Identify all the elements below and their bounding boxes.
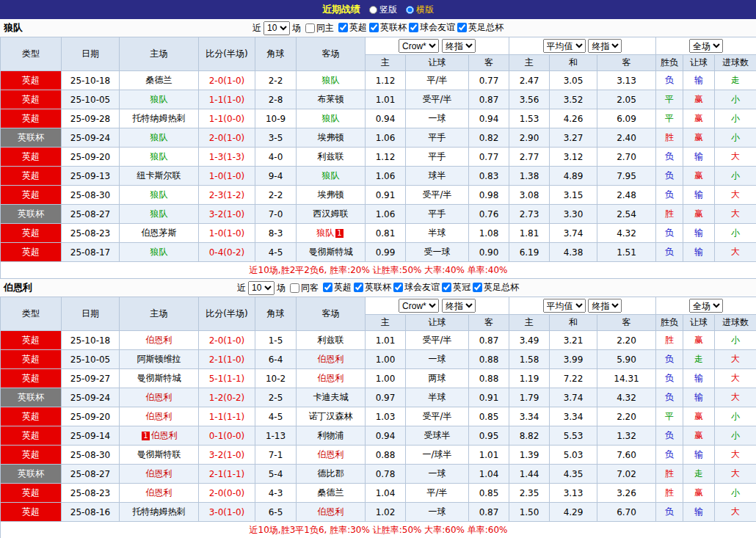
league-checkbox[interactable] bbox=[338, 23, 348, 32]
result-outcome: 平 bbox=[656, 109, 683, 128]
team-label[interactable]: 伯恩利 bbox=[146, 335, 172, 345]
odds-time-select[interactable]: 终指 bbox=[442, 39, 476, 53]
team-label[interactable]: 曼彻斯特城 bbox=[309, 247, 353, 257]
result-handicap: 输 bbox=[683, 388, 715, 407]
league-checkbox[interactable] bbox=[369, 23, 379, 32]
league-filter-英联杯[interactable]: 英联杯 bbox=[352, 281, 391, 294]
league-filter-英足总杯[interactable]: 英足总杯 bbox=[470, 281, 519, 294]
match-count-select[interactable]: 10 bbox=[263, 21, 290, 35]
scope-select[interactable]: 全场 bbox=[689, 299, 723, 313]
corner-score: 7-1 bbox=[255, 446, 297, 465]
team-label[interactable]: 狼队 bbox=[150, 94, 168, 104]
avg-away: 14.31 bbox=[597, 369, 656, 388]
league-checkbox[interactable] bbox=[442, 283, 451, 292]
league-checkbox[interactable] bbox=[409, 23, 418, 32]
league-checkbox[interactable] bbox=[393, 283, 403, 292]
team-label[interactable]: 伯恩利 bbox=[146, 468, 172, 479]
league-checkbox[interactable] bbox=[323, 283, 332, 292]
away-team: 狼队 bbox=[297, 71, 366, 90]
league-filter-英联杯[interactable]: 英联杯 bbox=[367, 21, 407, 34]
team-label[interactable]: 狼队 bbox=[322, 75, 340, 85]
match-score: 1-3(1-3) bbox=[199, 148, 255, 167]
league-filter-球会友谊[interactable]: 球会友谊 bbox=[407, 21, 455, 34]
league-filter-英超[interactable]: 英超 bbox=[321, 281, 352, 294]
team-label[interactable]: 狼队 bbox=[150, 132, 168, 142]
team-label[interactable]: 狼队 bbox=[150, 151, 168, 161]
team-label[interactable]: 狼队 bbox=[150, 208, 168, 219]
team-label[interactable]: 诺丁汉森林 bbox=[309, 411, 353, 421]
team-label[interactable]: 卡迪夫城 bbox=[313, 392, 349, 402]
league-filter-英冠[interactable]: 英冠 bbox=[440, 281, 470, 294]
league-checkbox[interactable] bbox=[457, 23, 467, 32]
odds-handicap: 平手 bbox=[406, 205, 469, 224]
team-label[interactable]: 阿斯顿维拉 bbox=[137, 354, 181, 364]
match-score: 2-0(1-0) bbox=[199, 331, 255, 350]
result-handicap: 赢 bbox=[683, 407, 715, 426]
corner-score: 2-8 bbox=[255, 90, 297, 109]
team-label[interactable]: 伯恩利 bbox=[318, 373, 344, 383]
same-venue-checkbox[interactable] bbox=[305, 23, 315, 33]
avg-type-select[interactable]: 平均值 bbox=[543, 39, 586, 53]
match-count-select[interactable]: 10 bbox=[248, 281, 275, 295]
team-label[interactable]: 伯恩利 bbox=[318, 506, 344, 517]
team-label[interactable]: 狼队 bbox=[150, 189, 168, 200]
match-score: 1-1(0-0) bbox=[199, 109, 255, 128]
avg-home: 1.53 bbox=[509, 109, 550, 128]
team-label[interactable]: 布莱顿 bbox=[318, 94, 344, 104]
team-label[interactable]: 伯恩利 bbox=[146, 411, 172, 421]
team-label[interactable]: 狼队 bbox=[322, 113, 340, 123]
team-label[interactable]: 狼队 bbox=[322, 170, 340, 181]
team-label[interactable]: 利兹联 bbox=[318, 151, 344, 161]
same-venue-filter[interactable]: 同客 bbox=[288, 282, 319, 294]
avg-time-select[interactable]: 终指 bbox=[588, 299, 622, 313]
avg-home: 1.44 bbox=[509, 465, 550, 484]
team-label[interactable]: 西汉姆联 bbox=[313, 208, 349, 219]
odds-company-select[interactable]: Crow* bbox=[399, 299, 439, 313]
scope-select[interactable]: 全场 bbox=[689, 39, 723, 53]
team-label[interactable]: 狼队 bbox=[316, 228, 334, 238]
team-label[interactable]: 托特纳姆热刺 bbox=[133, 113, 186, 123]
odds-company-select[interactable]: Crow* bbox=[399, 39, 439, 53]
layout-option-horizontal[interactable]: 横版 bbox=[406, 4, 434, 16]
team-label[interactable]: 埃弗顿 bbox=[318, 132, 344, 142]
match-score: 2-3(1-2) bbox=[199, 186, 255, 205]
team-label[interactable]: 利兹联 bbox=[318, 335, 344, 345]
result-handicap: 走 bbox=[683, 465, 715, 484]
team-label[interactable]: 桑德兰 bbox=[318, 487, 344, 498]
team-label[interactable]: 德比郡 bbox=[318, 468, 344, 479]
team-label[interactable]: 桑德兰 bbox=[146, 75, 172, 85]
same-venue-filter[interactable]: 同主 bbox=[303, 22, 334, 34]
avg-type-select[interactable]: 平均值 bbox=[543, 299, 586, 313]
team-label[interactable]: 伯恩利 bbox=[318, 354, 344, 364]
result-handicap: 输 bbox=[683, 503, 715, 522]
league-filter-英足总杯[interactable]: 英足总杯 bbox=[455, 21, 504, 34]
match-score: 3-0(1-0) bbox=[199, 503, 255, 522]
team-label[interactable]: 利物浦 bbox=[318, 430, 344, 440]
league-filter-球会友谊[interactable]: 球会友谊 bbox=[391, 281, 440, 294]
team-label[interactable]: 狼队 bbox=[150, 247, 168, 257]
league-filter-英超[interactable]: 英超 bbox=[336, 21, 367, 34]
home-team: 狼队 bbox=[120, 243, 199, 262]
same-venue-checkbox[interactable] bbox=[290, 283, 299, 293]
away-team: 布莱顿 bbox=[297, 90, 366, 109]
team-label[interactable]: 伯恩利 bbox=[151, 430, 178, 440]
odds-away: 0.82 bbox=[469, 128, 509, 148]
team-label[interactable]: 埃弗顿 bbox=[318, 189, 344, 200]
league-checkbox[interactable] bbox=[354, 283, 363, 292]
team-label[interactable]: 纽卡斯尔联 bbox=[137, 170, 181, 181]
avg-time-select[interactable]: 终指 bbox=[588, 39, 622, 53]
layout-radio-vertical[interactable] bbox=[369, 6, 377, 14]
team-label[interactable]: 托特纳姆热刺 bbox=[133, 506, 186, 517]
col-header-date: 日期 bbox=[62, 37, 120, 71]
team-label[interactable]: 曼彻斯特城 bbox=[137, 373, 181, 383]
layout-option-vertical[interactable]: 竖版 bbox=[369, 4, 397, 16]
team-label[interactable]: 伯恩茅斯 bbox=[142, 228, 177, 238]
team-label[interactable]: 伯恩利 bbox=[318, 449, 344, 459]
team-label[interactable]: 伯恩利 bbox=[146, 487, 172, 498]
odds-time-select[interactable]: 终指 bbox=[442, 299, 476, 313]
team-label[interactable]: 伯恩利 bbox=[146, 392, 172, 402]
layout-radio-horizontal[interactable] bbox=[406, 6, 414, 14]
team-label[interactable]: 曼彻斯特联 bbox=[137, 449, 181, 459]
league-checkbox[interactable] bbox=[473, 283, 482, 292]
away-team: 狼队1 bbox=[297, 224, 366, 243]
